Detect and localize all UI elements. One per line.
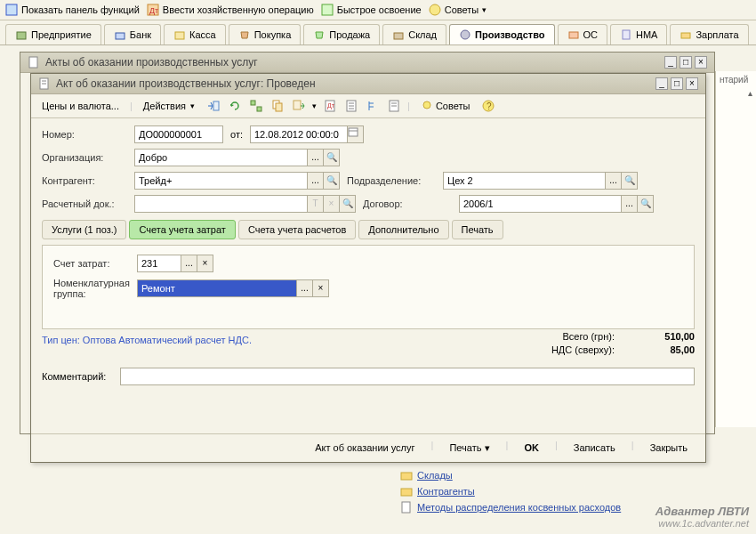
panel-icon [5, 4, 18, 16]
lookup-icon[interactable]: 🔍 [622, 172, 638, 190]
select-button[interactable]: ... [308, 149, 324, 166]
contract-field[interactable]: 2006/1 [459, 195, 622, 213]
list-icon[interactable] [343, 98, 359, 114]
list-window-titlebar[interactable]: Акты об оказании производственных услуг … [20, 53, 714, 73]
clear-button[interactable]: × [197, 255, 213, 272]
tree-icon[interactable] [365, 98, 381, 114]
svg-rect-6 [116, 33, 125, 39]
tab-label: НМА [636, 29, 657, 40]
cost-tab-content: Счет затрат: 231 ... × Номенклатурная гр… [42, 245, 695, 329]
minimize-button[interactable]: _ [664, 56, 677, 69]
show-panel-button[interactable]: Показать панель функций [5, 4, 140, 16]
tab-print[interactable]: Печать [452, 220, 503, 239]
svg-rect-29 [401, 473, 412, 480]
tab-bank[interactable]: Банк [104, 24, 161, 44]
clear-button[interactable]: × [313, 279, 329, 297]
salary-icon [680, 28, 692, 41]
clear-button[interactable]: × [324, 195, 340, 213]
tips-button[interactable]: Советы ▾ [429, 4, 487, 16]
division-field[interactable]: Цех 2 [443, 172, 606, 190]
print-dropdown[interactable]: Печать ▾ [440, 440, 498, 457]
account-label: Счет затрат: [53, 258, 130, 269]
quick-button[interactable]: Быстрое освоение [321, 4, 422, 16]
svg-rect-31 [402, 502, 410, 513]
report-icon[interactable]: Дт [322, 98, 338, 114]
org-field[interactable]: Добро [134, 149, 308, 166]
comment-field[interactable] [120, 368, 695, 385]
text-button[interactable]: T [308, 195, 324, 213]
bank-icon [114, 28, 126, 41]
post-icon[interactable] [205, 98, 221, 114]
copy-icon[interactable] [269, 98, 286, 114]
nomgroup-field[interactable]: Ремонт [137, 279, 297, 297]
tab-salary[interactable]: Зарплата [670, 24, 748, 44]
tab-production[interactable]: Производство [449, 24, 554, 44]
tab-label: Касса [189, 29, 216, 40]
chevron-down-icon[interactable]: ▾ [312, 101, 317, 110]
settings-icon[interactable] [386, 98, 402, 114]
enter-op-button[interactable]: Дт Ввести хозяйственную операцию [147, 4, 314, 16]
tab-label: ОС [583, 29, 599, 40]
minimize-button[interactable]: _ [655, 77, 668, 90]
close-button[interactable]: × [686, 77, 698, 90]
settlement-field[interactable] [134, 195, 308, 213]
select-button[interactable]: ... [297, 279, 313, 297]
select-button[interactable]: ... [622, 195, 638, 213]
tab-os[interactable]: ОС [558, 24, 608, 44]
doc-window-titlebar[interactable]: Акт об оказании производственных услуг: … [31, 74, 705, 94]
tab-cash[interactable]: Касса [164, 24, 226, 44]
document-icon [38, 77, 51, 90]
svg-rect-30 [401, 489, 412, 496]
save-button[interactable]: Записать [565, 440, 624, 457]
tab-enterprise[interactable]: Предприятие [5, 24, 101, 44]
help-icon[interactable]: ? [480, 98, 496, 114]
date-field[interactable]: 12.08.2012 00:00:0 [250, 125, 348, 143]
tab-additional[interactable]: Дополнительно [358, 220, 448, 239]
struct-icon[interactable] [248, 98, 264, 114]
tab-nma[interactable]: НМА [610, 24, 667, 44]
link-methods[interactable]: Методы распределения косвенных расходов [400, 501, 621, 514]
maximize-button[interactable]: □ [671, 77, 683, 90]
lookup-icon[interactable]: 🔍 [638, 195, 654, 213]
refresh-icon[interactable] [227, 98, 243, 114]
prices-button[interactable]: Цены и валюта... [36, 99, 125, 113]
select-button[interactable]: ... [181, 255, 197, 272]
basedon-icon[interactable] [291, 98, 307, 114]
nma-icon [620, 28, 632, 41]
calendar-icon[interactable] [348, 125, 364, 143]
actions-dropdown[interactable]: Действия [138, 99, 200, 113]
lookup-icon[interactable]: 🔍 [340, 195, 356, 213]
lookup-icon[interactable]: 🔍 [324, 172, 340, 190]
watermark: Адвантер ЛВТИ www.1c.advanter.net [655, 505, 749, 529]
side-links: Склады Контрагенты Методы распределения … [400, 469, 621, 517]
ok-button[interactable]: OK [515, 440, 548, 457]
scroll-up-icon[interactable]: ▴ [748, 88, 752, 98]
tab-settlement-accounts[interactable]: Счета учета расчетов [238, 220, 356, 239]
link-contragents[interactable]: Контрагенты [400, 485, 621, 498]
number-field[interactable]: ДО000000001 [134, 125, 223, 143]
link-label: Методы распределения косвенных расходов [417, 502, 621, 513]
doc-toolbar: Цены и валюта... | Действия ▾ Дт | Совет… [31, 94, 705, 118]
tab-sale[interactable]: Продажа [303, 24, 380, 44]
close-form-button[interactable]: Закрыть [641, 440, 696, 457]
operation-icon: Дт [147, 4, 159, 16]
link-warehouses[interactable]: Склады [400, 469, 621, 481]
select-button[interactable]: ... [308, 172, 324, 190]
contragent-field[interactable]: Трейд+ [134, 172, 308, 190]
tab-services[interactable]: Услуги (1 поз.) [42, 220, 126, 239]
tab-purchase[interactable]: Покупка [229, 24, 302, 44]
select-button[interactable]: ... [606, 172, 622, 190]
document-icon [400, 501, 413, 514]
tab-cost-accounts[interactable]: Счета учета затрат [129, 220, 235, 239]
settlement-label: Расчетный док.: [42, 198, 127, 209]
lookup-icon[interactable]: 🔍 [324, 149, 340, 166]
act-button[interactable]: Акт об оказании услуг [306, 440, 423, 457]
tips-toolbar-button[interactable]: Советы [415, 98, 475, 114]
maximize-button[interactable]: □ [680, 56, 692, 69]
svg-rect-11 [623, 30, 630, 39]
close-button[interactable]: × [695, 56, 707, 69]
svg-rect-17 [257, 107, 261, 111]
nomgroup-label: Номенклатурная группа: [53, 278, 130, 299]
tab-warehouse[interactable]: Склад [382, 24, 446, 44]
account-field[interactable]: 231 [137, 255, 181, 272]
